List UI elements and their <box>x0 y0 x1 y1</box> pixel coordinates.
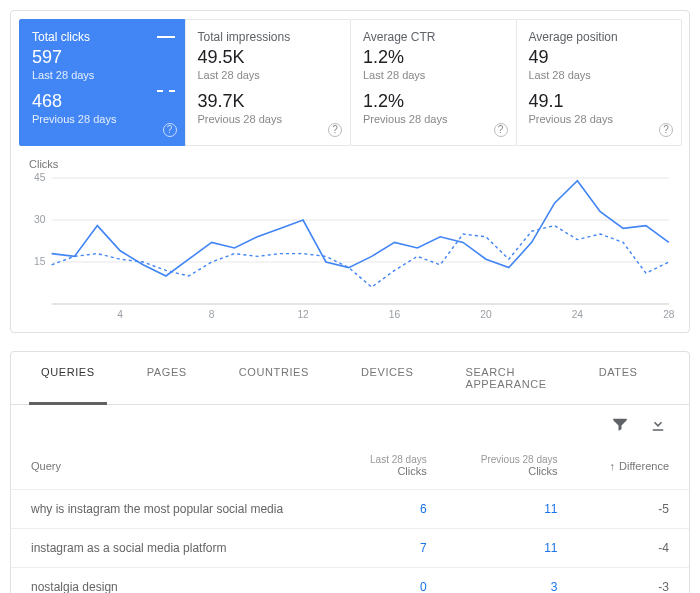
tab-queries[interactable]: QUERIES <box>29 352 107 405</box>
metric-period: Last 28 days <box>529 69 670 81</box>
cell-diff: -3 <box>578 568 689 594</box>
cell-prev: 3 <box>447 568 578 594</box>
col-prev28-clicks[interactable]: Previous 28 days Clicks <box>447 442 578 490</box>
svg-text:16: 16 <box>389 309 401 320</box>
metric-period: Last 28 days <box>198 69 339 81</box>
metric-prev-period: Previous 28 days <box>363 113 504 125</box>
metric-prev-period: Previous 28 days <box>198 113 339 125</box>
queries-card: QUERIESPAGESCOUNTRIESDEVICESSEARCH APPEA… <box>10 351 690 593</box>
filter-icon[interactable] <box>611 415 629 436</box>
tab-pages[interactable]: PAGES <box>135 352 199 404</box>
legend-dashed-icon <box>157 90 175 92</box>
metric-title: Total impressions <box>198 30 339 44</box>
metric-card[interactable]: Total clicks597Last 28 days468Previous 2… <box>19 19 186 146</box>
chart-area: Clicks 153045481216202428 <box>11 154 689 332</box>
svg-text:4: 4 <box>117 309 123 320</box>
metric-title: Average position <box>529 30 670 44</box>
sort-asc-icon <box>610 460 620 472</box>
metric-row: Total clicks597Last 28 days468Previous 2… <box>11 11 689 154</box>
metric-prev-period: Previous 28 days <box>529 113 670 125</box>
cell-query: why is instagram the most popular social… <box>11 490 338 529</box>
download-icon[interactable] <box>649 415 667 436</box>
chart-title: Clicks <box>29 158 677 170</box>
svg-text:30: 30 <box>34 214 46 225</box>
col-difference[interactable]: Difference <box>578 442 689 490</box>
svg-text:12: 12 <box>297 309 309 320</box>
cell-diff: -4 <box>578 529 689 568</box>
col-last28-clicks[interactable]: Last 28 days Clicks <box>338 442 446 490</box>
tab-countries[interactable]: COUNTRIES <box>227 352 321 404</box>
svg-text:20: 20 <box>480 309 492 320</box>
cell-diff: -5 <box>578 490 689 529</box>
metric-value: 49.5K <box>198 47 339 68</box>
legend-solid-icon <box>157 36 175 38</box>
metric-card[interactable]: Average CTR1.2%Last 28 days1.2%Previous … <box>350 19 517 146</box>
metric-prev-period: Previous 28 days <box>32 113 173 125</box>
svg-text:28: 28 <box>663 309 675 320</box>
metric-period: Last 28 days <box>363 69 504 81</box>
tab-devices[interactable]: DEVICES <box>349 352 426 404</box>
metric-title: Average CTR <box>363 30 504 44</box>
metric-value: 1.2% <box>363 47 504 68</box>
metric-value: 597 <box>32 47 173 68</box>
help-icon[interactable]: ? <box>494 123 508 137</box>
col-query[interactable]: Query <box>11 442 338 490</box>
metric-card[interactable]: Average position49Last 28 days49.1Previo… <box>516 19 683 146</box>
cell-prev: 11 <box>447 490 578 529</box>
table-toolbar <box>11 405 689 442</box>
tab-dates[interactable]: DATES <box>587 352 650 404</box>
table-row[interactable]: why is instagram the most popular social… <box>11 490 689 529</box>
metric-prev-value: 49.1 <box>529 91 670 112</box>
svg-text:45: 45 <box>34 172 46 183</box>
cell-last: 0 <box>338 568 446 594</box>
metric-title: Total clicks <box>32 30 173 44</box>
queries-table: Query Last 28 days Clicks Previous 28 da… <box>11 442 689 593</box>
cell-last: 6 <box>338 490 446 529</box>
tabs: QUERIESPAGESCOUNTRIESDEVICESSEARCH APPEA… <box>11 352 689 405</box>
cell-query: instagram as a social media platform <box>11 529 338 568</box>
metric-prev-value: 39.7K <box>198 91 339 112</box>
cell-prev: 11 <box>447 529 578 568</box>
table-row[interactable]: instagram as a social media platform711-… <box>11 529 689 568</box>
table-row[interactable]: nostalgia design03-3 <box>11 568 689 594</box>
metric-value: 49 <box>529 47 670 68</box>
cell-last: 7 <box>338 529 446 568</box>
svg-text:24: 24 <box>572 309 584 320</box>
metric-prev-value: 1.2% <box>363 91 504 112</box>
svg-text:15: 15 <box>34 256 46 267</box>
help-icon[interactable]: ? <box>328 123 342 137</box>
tab-search-appearance[interactable]: SEARCH APPEARANCE <box>454 352 559 404</box>
help-icon[interactable]: ? <box>163 123 177 137</box>
performance-card: Total clicks597Last 28 days468Previous 2… <box>10 10 690 333</box>
metric-card[interactable]: Total impressions49.5KLast 28 days39.7KP… <box>185 19 352 146</box>
clicks-line-chart: 153045481216202428 <box>23 172 677 322</box>
help-icon[interactable]: ? <box>659 123 673 137</box>
metric-prev-value: 468 <box>32 91 173 112</box>
metric-period: Last 28 days <box>32 69 173 81</box>
cell-query: nostalgia design <box>11 568 338 594</box>
svg-text:8: 8 <box>209 309 215 320</box>
